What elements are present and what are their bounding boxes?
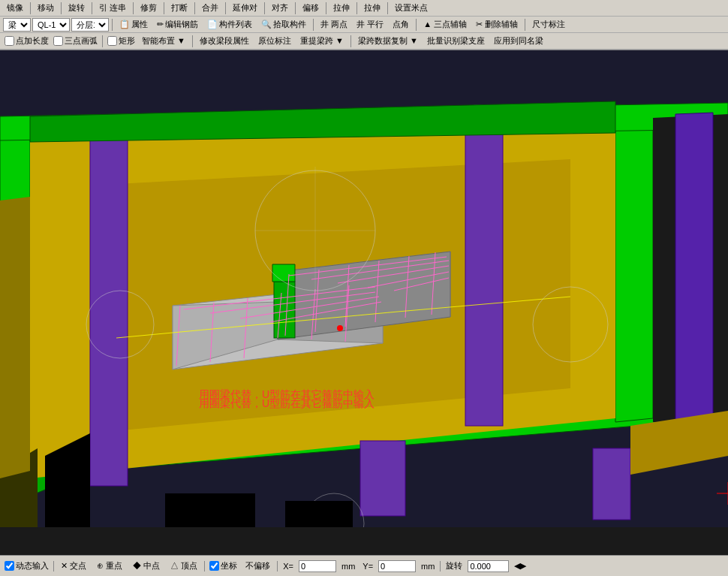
tb1-align-btn[interactable]: 对齐 xyxy=(268,2,292,15)
dynamic-input-check[interactable]: 动态输入 xyxy=(3,560,50,571)
origin-label-btn[interactable]: 原位标注 xyxy=(254,35,295,48)
y-label: Y= xyxy=(360,562,375,571)
sep8 xyxy=(264,2,265,14)
sep4 xyxy=(133,2,134,14)
x-input[interactable] xyxy=(299,560,336,572)
tb1-extend-btn[interactable]: 延伸对 xyxy=(229,2,261,15)
sep-r2-2 xyxy=(313,19,314,31)
status-sep-4 xyxy=(440,561,441,571)
weight-btn[interactable]: ⊕ 重点 xyxy=(93,559,126,573)
toolbar-container: 镜像 移动 旋转 引 连串 修剪 打断 合并 延伸对 对齐 偏移 拉伸 拉伸 设… xyxy=(0,0,728,50)
edit-rebar-btn[interactable]: ✏编辑钢筋 xyxy=(153,18,202,32)
sep5 xyxy=(164,2,164,14)
pickup-btn[interactable]: 🔍拾取构件 xyxy=(257,18,310,32)
sep3 xyxy=(92,2,92,14)
rotate-input[interactable] xyxy=(468,560,509,572)
sep-r3-2 xyxy=(192,35,193,47)
svg-marker-27 xyxy=(272,264,295,282)
toolbar-row-2: 梁 QL-1 分层1 📋属性 ✏编辑钢筋 📄构件列表 🔍拾取构件 井 两点 井 … xyxy=(0,17,728,33)
sep11 xyxy=(356,2,357,14)
list-icon: 📄 xyxy=(207,20,218,29)
tb1-stretch-btn[interactable]: 拉伸 xyxy=(329,2,353,15)
sep6 xyxy=(194,2,195,14)
viewport[interactable]: 用圈梁代替，U型筋在其它箍筋中输入 用圈梁代替，U型筋在其它箍筋中输入 xyxy=(0,50,728,527)
pickup-icon: 🔍 xyxy=(261,20,272,29)
sep12 xyxy=(387,2,388,14)
sep-r2-3 xyxy=(416,19,417,31)
svg-rect-12 xyxy=(465,110,503,426)
statusbar: 动态输入 ✕ 交点 ⊕ 重点 ◆ 中点 △ 顶点 坐标 不偏移 X= mm Y=… xyxy=(0,555,728,576)
modify-prop-btn[interactable]: 修改梁段属性 xyxy=(196,35,253,48)
svg-rect-11 xyxy=(90,125,128,486)
property-btn[interactable]: 📋属性 xyxy=(116,18,152,32)
midpoint-btn[interactable]: ◆ 中点 xyxy=(129,559,164,573)
tb1-rotate-btn[interactable]: 旋转 xyxy=(65,2,89,15)
svg-marker-61 xyxy=(675,113,713,422)
angle-btn[interactable]: 点角 xyxy=(389,18,413,32)
svg-rect-59 xyxy=(285,501,353,527)
svg-marker-68 xyxy=(0,197,30,478)
toolbar-row-3: 点加长度 三点画弧 矩形 智能布置 ▼ 修改梁段属性 原位标注 重提梁跨 ▼ 梁… xyxy=(0,33,728,50)
rect-check[interactable]: 矩形 xyxy=(106,35,137,47)
svg-marker-8 xyxy=(615,116,653,422)
no-offset-btn[interactable]: 不偏移 xyxy=(242,559,274,573)
status-sep-3 xyxy=(277,561,278,571)
layer-select[interactable]: 分层1 xyxy=(71,18,109,32)
coord-check[interactable]: 坐标 xyxy=(208,560,239,571)
toolbar-row-1: 镜像 移动 旋转 引 连串 修剪 打断 合并 延伸对 对齐 偏移 拉伸 拉伸 设… xyxy=(0,0,728,17)
scene-svg: 用圈梁代替，U型筋在其它箍筋中输入 xyxy=(0,50,728,527)
x-label: X= xyxy=(281,562,296,571)
y-input[interactable] xyxy=(378,560,416,572)
svg-text:用圈梁代替，U型筋在其它箍筋中输入: 用圈梁代替，U型筋在其它箍筋中输入 xyxy=(199,397,375,409)
repick-span-btn[interactable]: 重提梁跨 ▼ xyxy=(296,35,347,48)
add-length-check[interactable]: 点加长度 xyxy=(3,35,50,47)
sep-r2-1 xyxy=(112,19,113,31)
sep-r2-4 xyxy=(525,19,525,31)
svg-rect-58 xyxy=(165,493,255,527)
sep7 xyxy=(225,2,226,14)
copy-span-btn[interactable]: 梁跨数据复制 ▼ xyxy=(354,35,422,48)
sep2 xyxy=(61,2,62,14)
apply-same-beam-btn[interactable]: 应用到同名梁 xyxy=(490,35,547,48)
intersection-btn[interactable]: ✕ 交点 xyxy=(57,559,90,573)
rotate-label: 旋转 xyxy=(444,560,465,571)
svg-rect-16 xyxy=(593,448,630,520)
tb1-move-btn[interactable]: 移动 xyxy=(34,2,58,15)
mm-label-x: mm xyxy=(339,562,357,571)
dim-label-btn[interactable]: 尺寸标注 xyxy=(528,18,569,32)
degree-arrows: ◀▶ xyxy=(512,561,528,571)
svg-rect-15 xyxy=(360,441,405,516)
sep9 xyxy=(295,2,296,14)
beam-type-select[interactable]: 梁 xyxy=(3,18,31,32)
parallel-btn[interactable]: 井 平行 xyxy=(353,18,387,32)
two-point-btn[interactable]: 井 两点 xyxy=(317,18,351,32)
tb1-offset-btn[interactable]: 偏移 xyxy=(299,2,323,15)
tb1-trim-btn[interactable]: 修剪 xyxy=(137,2,161,15)
beam-name-select[interactable]: QL-1 xyxy=(32,18,70,32)
edit-rebar-icon: ✏ xyxy=(157,20,164,29)
three-axis-btn[interactable]: ▲ 三点辅轴 xyxy=(420,18,471,32)
del-axis-btn[interactable]: ✂ 删除辅轴 xyxy=(472,18,522,32)
tb1-break-btn[interactable]: 打断 xyxy=(167,2,191,15)
tb1-chain-btn[interactable]: 引 连串 xyxy=(95,2,130,15)
status-sep-2 xyxy=(204,561,205,571)
identify-support-btn[interactable]: 批量识别梁支座 xyxy=(423,35,489,48)
mm-label-y: mm xyxy=(419,562,437,571)
tb1-merge-btn[interactable]: 合并 xyxy=(198,2,222,15)
sep-r3-3 xyxy=(350,35,351,47)
vertex-btn[interactable]: △ 顶点 xyxy=(167,559,201,573)
tb1-setpoint-btn[interactable]: 设置米点 xyxy=(391,2,432,15)
svg-point-51 xyxy=(337,325,343,331)
status-sep-1 xyxy=(53,561,54,571)
tb1-stretch2-btn[interactable]: 拉伸 xyxy=(360,2,384,15)
sep10 xyxy=(326,2,326,14)
sep-r3-1 xyxy=(102,35,103,47)
tb1-mirror-btn[interactable]: 镜像 xyxy=(3,2,27,15)
property-icon: 📋 xyxy=(119,20,130,29)
three-arc-check[interactable]: 三点画弧 xyxy=(52,35,99,47)
component-list-btn[interactable]: 📄构件列表 xyxy=(203,18,256,32)
svg-rect-26 xyxy=(274,282,295,338)
sep1 xyxy=(30,2,31,14)
smart-place-btn[interactable]: 智能布置 ▼ xyxy=(138,35,189,48)
